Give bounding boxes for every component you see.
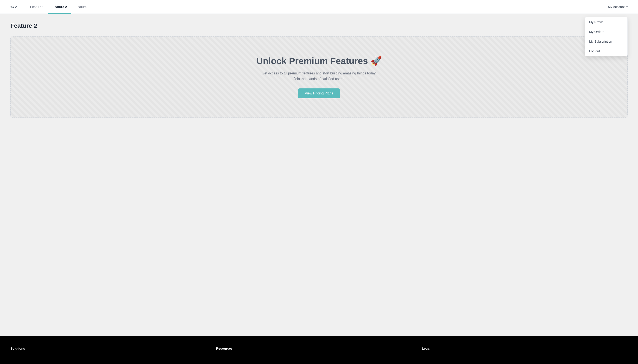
account-label: My Account <box>608 5 625 8</box>
footer-solutions-title: Solutions <box>10 346 216 350</box>
dropdown-item-my-profile[interactable]: My Profile <box>585 17 627 27</box>
view-pricing-button[interactable]: View Pricing Plans <box>298 88 340 98</box>
main-content: Feature 2 Unlock Premium Features 🚀 Get … <box>0 14 638 336</box>
nav-link-feature-1[interactable]: Feature 1 <box>26 0 48 14</box>
premium-card: Unlock Premium Features 🚀 Get access to … <box>10 36 628 118</box>
nav-links: Feature 1 Feature 2 Feature 3 <box>26 0 608 14</box>
dropdown-item-log-out[interactable]: Log out <box>585 46 627 56</box>
footer-resources-title: Resources <box>216 346 422 350</box>
logo: </> <box>10 4 17 10</box>
footer-col-legal: Legal <box>422 346 628 354</box>
dropdown-item-my-orders[interactable]: My Orders <box>585 27 627 36</box>
account-menu-trigger[interactable]: My Account ▾ My Profile My Orders My Sub… <box>608 5 628 8</box>
premium-heading: Unlock Premium Features 🚀 <box>256 56 382 66</box>
footer-legal-title: Legal <box>422 346 628 350</box>
nav-link-feature-2[interactable]: Feature 2 <box>48 0 71 14</box>
premium-subtext: Get access to all premium features and s… <box>259 70 379 82</box>
footer-col-resources: Resources <box>216 346 422 354</box>
navigation: </> Feature 1 Feature 2 Feature 3 My Acc… <box>0 0 638 14</box>
chevron-down-icon: ▾ <box>626 6 628 8</box>
footer: Solutions Resources Legal <box>0 336 638 364</box>
page-title: Feature 2 <box>10 22 628 29</box>
footer-col-solutions: Solutions <box>10 346 216 354</box>
dropdown-item-my-subscription[interactable]: My Subscription <box>585 36 627 46</box>
nav-link-feature-3[interactable]: Feature 3 <box>71 0 94 14</box>
account-dropdown: My Profile My Orders My Subscription Log… <box>585 17 628 56</box>
